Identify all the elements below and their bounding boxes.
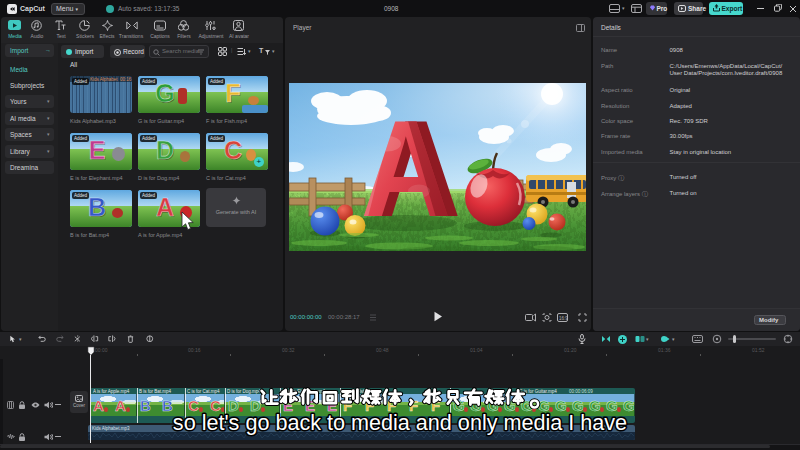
svg-text:16:9: 16:9 xyxy=(559,315,568,320)
svg-text:so let's go back to media and: so let's go back to media and only media… xyxy=(173,410,627,435)
